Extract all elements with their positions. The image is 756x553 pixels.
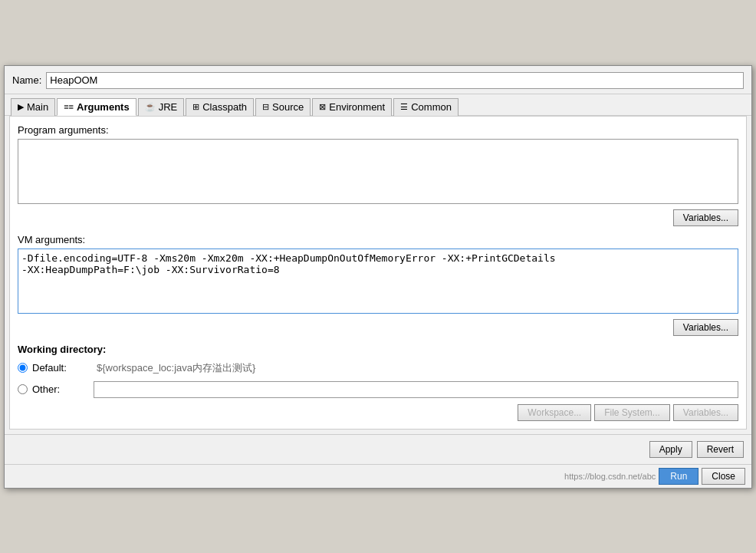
tab-main-label: Main: [27, 101, 48, 113]
name-label: Name:: [12, 74, 41, 86]
revert-button[interactable]: Revert: [697, 441, 744, 458]
name-row: Name:: [5, 66, 751, 94]
tab-classpath-label: Classpath: [202, 101, 247, 113]
vm-args-label: VM arguments:: [18, 234, 738, 245]
classpath-icon: ⊞: [192, 102, 199, 112]
tab-main[interactable]: ▶ Main: [11, 98, 55, 116]
program-args-variables-row: Variables...: [18, 209, 738, 226]
workspace-button[interactable]: Workspace...: [518, 404, 591, 421]
working-directory-section: Working directory: Default: ${workspace_…: [18, 344, 738, 421]
other-radio-label: Other:: [32, 383, 94, 395]
tab-source[interactable]: ⊟ Source: [255, 98, 311, 116]
default-wd-value: ${workspace_loc:java内存溢出测试}: [94, 360, 738, 377]
vm-args-variables-button[interactable]: Variables...: [673, 319, 738, 336]
wd-variables-button[interactable]: Variables...: [673, 404, 738, 421]
vm-args-variables-row: Variables...: [18, 319, 738, 336]
jre-icon: ☕: [145, 102, 156, 112]
wd-buttons-row: Workspace... File System... Variables...: [18, 404, 738, 421]
arguments-icon: ≡≡: [64, 102, 74, 111]
working-directory-title: Working directory:: [18, 344, 738, 355]
environment-icon: ⊠: [319, 102, 326, 112]
tab-common[interactable]: ☰ Common: [393, 98, 459, 116]
tab-content: Program arguments: Variables... VM argum…: [9, 116, 747, 430]
footer-bar: https://blog.csdn.net/abc Run Close: [5, 464, 751, 488]
tab-arguments-label: Arguments: [77, 101, 130, 113]
tab-jre-label: JRE: [159, 101, 178, 113]
tab-classpath[interactable]: ⊞ Classpath: [186, 98, 254, 116]
vm-args-textarea[interactable]: -Dfile.encoding=UTF-8 -Xms20m -Xmx20m -X…: [18, 249, 738, 314]
program-args-label: Program arguments:: [18, 124, 738, 136]
default-radio-row: Default: ${workspace_loc:java内存溢出测试}: [18, 360, 738, 377]
filesystem-button[interactable]: File System...: [594, 404, 670, 421]
default-radio-label: Default:: [32, 362, 94, 374]
tab-source-label: Source: [272, 101, 304, 113]
other-wd-input[interactable]: [94, 381, 738, 398]
close-button[interactable]: Close: [702, 468, 745, 485]
tab-common-label: Common: [411, 101, 452, 113]
other-radio-row: Other:: [18, 381, 738, 398]
bottom-buttons: Apply Revert: [5, 434, 751, 464]
default-radio[interactable]: [18, 363, 28, 373]
apply-button[interactable]: Apply: [649, 441, 692, 458]
program-args-textarea[interactable]: [18, 139, 738, 204]
run-button[interactable]: Run: [659, 468, 698, 485]
program-args-variables-button[interactable]: Variables...: [673, 209, 738, 226]
other-radio[interactable]: [18, 384, 28, 394]
program-args-wrapper: [18, 139, 738, 206]
tab-environment-label: Environment: [329, 101, 385, 113]
source-icon: ⊟: [262, 102, 269, 112]
main-icon: ▶: [18, 102, 24, 112]
tabs-bar: ▶ Main ≡≡ Arguments ☕ JRE ⊞ Classpath ⊟ …: [5, 94, 751, 116]
run-configuration-dialog: Name: ▶ Main ≡≡ Arguments ☕ JRE ⊞ Classp…: [4, 65, 752, 489]
common-icon: ☰: [400, 102, 408, 112]
name-input[interactable]: [46, 72, 744, 89]
tab-jre[interactable]: ☕ JRE: [138, 98, 185, 116]
vm-args-wrapper: -Dfile.encoding=UTF-8 -Xms20m -Xmx20m -X…: [18, 249, 738, 316]
tab-arguments[interactable]: ≡≡ Arguments: [57, 98, 136, 116]
footer-url: https://blog.csdn.net/abc: [564, 472, 656, 481]
tab-environment[interactable]: ⊠ Environment: [312, 98, 392, 116]
